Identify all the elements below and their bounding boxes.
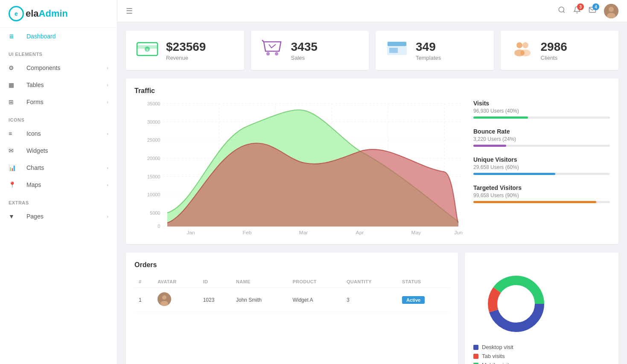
visits-title: Visits (473, 100, 610, 107)
svg-line-11 (262, 40, 264, 42)
col-product: PRODUCT (288, 276, 342, 288)
chevron-right-icon: › (107, 65, 108, 70)
sales-icon (261, 39, 283, 61)
form-icon: ⊞ (9, 99, 20, 105)
bounce-bar-fill (473, 145, 506, 147)
sales-value: 3435 (291, 40, 318, 54)
sidebar-item-label: Widgets (26, 147, 108, 154)
svg-point-52 (501, 289, 531, 319)
traffic-section: Traffic (126, 79, 618, 244)
orders-section: Orders # AVATAR ID NAME PRODUCT QUANTITY… (126, 253, 458, 364)
svg-point-10 (275, 52, 278, 55)
gear-icon: ⚙ (9, 64, 20, 71)
svg-text:20000: 20000 (147, 156, 160, 161)
svg-text:Apr: Apr (356, 230, 364, 236)
search-button[interactable] (558, 6, 566, 16)
bounce-stat: Bounce Rate 3,220 Users (24%) (473, 128, 610, 147)
svg-text:Feb: Feb (243, 230, 252, 236)
svg-text:$: $ (146, 48, 149, 52)
svg-text:30000: 30000 (147, 119, 160, 125)
logo: e elaAdmin (0, 0, 117, 28)
chevron-right-icon: › (107, 182, 108, 187)
traffic-title: Traffic (134, 87, 463, 95)
legend-mobile-label: Mobile visits (482, 362, 512, 364)
sidebar-section-icons: ICONS (0, 111, 117, 125)
user-avatar[interactable] (604, 4, 618, 18)
sidebar-section-extras: EXTRAS (0, 193, 117, 208)
logo-circle: e (9, 6, 24, 21)
traffic-chart-area: Traffic (134, 87, 463, 236)
sidebar-section-ui: UI ELEMENTS (0, 45, 117, 59)
sidebar-item-maps[interactable]: 📍 Maps › (0, 176, 117, 193)
stat-card-templates: 349 Templates (376, 31, 494, 70)
chevron-right-icon: › (107, 165, 108, 170)
sidebar-item-label: Dashboard (26, 33, 108, 40)
page-content: $ $23569 Revenue (117, 22, 627, 364)
tab-dot (473, 354, 478, 359)
svg-line-1 (563, 11, 564, 12)
orders-title: Orders (134, 261, 449, 269)
svg-point-9 (266, 52, 270, 55)
svg-text:15000: 15000 (147, 174, 160, 179)
sidebar-item-components[interactable]: ⚙ Components › (0, 59, 117, 76)
svg-point-18 (520, 50, 531, 56)
visits-bar-bg (473, 116, 610, 119)
traffic-chart: 35000 30000 25000 20000 15000 10000 5000… (134, 99, 463, 236)
targeted-stat: Targeted Visitors 99,658 Users (90%) (473, 184, 610, 203)
svg-point-16 (522, 42, 528, 48)
bounce-title: Bounce Rate (473, 128, 610, 135)
row-num: 1 (134, 288, 153, 312)
unique-bar-fill (473, 173, 555, 175)
row-product: Widget A (288, 288, 342, 312)
sidebar-item-tables[interactable]: ▦ Tables › (0, 76, 117, 93)
svg-text:Mar: Mar (299, 230, 308, 236)
templates-label: Templates (416, 55, 441, 61)
filter-icon: ▼ (9, 213, 20, 220)
targeted-bar-bg (473, 201, 610, 203)
menu-icon[interactable]: ☰ (126, 6, 133, 16)
sidebar-item-widgets[interactable]: ✉ Widgets (0, 142, 117, 159)
status-badge: Active (402, 296, 425, 304)
legend-desktop: Desktop visit (473, 344, 610, 350)
chevron-right-icon: › (107, 131, 108, 136)
sidebar-item-dashboard[interactable]: 🖥 Dashboard (0, 28, 117, 45)
main-content: ☰ 3 4 (117, 0, 627, 364)
visits-bar-fill (473, 116, 528, 119)
sidebar-item-icons[interactable]: ≡ Icons › (0, 125, 117, 142)
legend-tab: Tab visits (473, 353, 610, 359)
row-qty: 3 (342, 288, 398, 312)
sidebar-item-label: Maps (26, 181, 107, 188)
notification-button[interactable]: 3 (573, 6, 581, 16)
email-badge: 4 (592, 3, 599, 10)
chevron-right-icon: › (107, 214, 108, 219)
templates-value: 349 (416, 40, 441, 54)
legend-tab-label: Tab visits (482, 353, 505, 359)
logo-text: elaAdmin (26, 8, 68, 19)
legend-mobile: Mobile visits (473, 362, 610, 364)
clients-icon (511, 39, 533, 61)
col-avatar: AVATAR (153, 276, 199, 288)
sidebar-item-pages[interactable]: ▼ Pages › (0, 208, 117, 225)
svg-point-0 (559, 7, 564, 12)
topbar-actions: 3 4 (558, 4, 618, 18)
svg-rect-14 (389, 48, 398, 53)
revenue-value: $23569 (166, 40, 206, 54)
svg-rect-13 (388, 42, 406, 46)
table-row: 1 1023 John Smith Widget A 3 A (134, 288, 449, 312)
sidebar-item-charts[interactable]: 📊 Charts › (0, 159, 117, 176)
col-id: ID (199, 276, 232, 288)
sidebar-item-forms[interactable]: ⊞ Forms › (0, 93, 117, 111)
map-icon: 📍 (9, 181, 20, 188)
clients-value: 2986 (541, 40, 567, 54)
clients-label: Clients (541, 55, 567, 61)
traffic-stats: Visits 96,930 Users (40%) Bounce Rate 3,… (473, 87, 610, 236)
targeted-sub: 99,658 Users (90%) (473, 192, 610, 198)
email-button[interactable]: 4 (589, 6, 596, 16)
notification-badge: 3 (577, 3, 584, 10)
donut-section: Desktop visit Tab visits Mobile visits (465, 253, 618, 364)
sidebar-item-label: Icons (26, 130, 107, 137)
svg-point-15 (516, 42, 522, 48)
widget-icon: ✉ (9, 147, 20, 154)
sidebar-item-label: Components (26, 64, 107, 71)
legend-desktop-label: Desktop visit (482, 344, 513, 350)
